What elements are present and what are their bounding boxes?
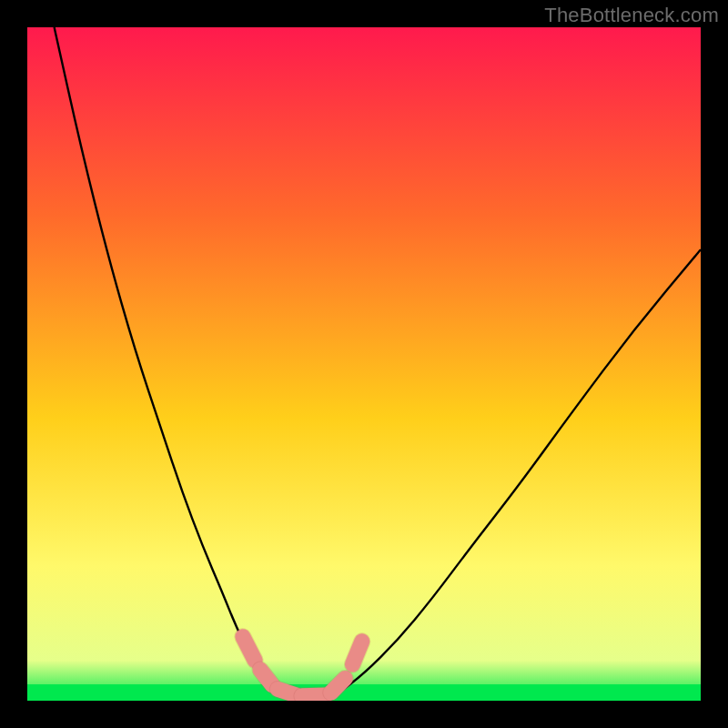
plot-region (27, 27, 701, 701)
capsule-marker (260, 670, 272, 685)
capsule-marker (331, 679, 346, 693)
right-curve (337, 249, 701, 693)
chart-frame: TheBottleneck.com (0, 0, 728, 728)
capsule-marker (352, 642, 361, 664)
capsule-marker (243, 637, 255, 661)
left-curve (55, 27, 284, 694)
capsule-marker (302, 695, 326, 696)
capsule-markers (243, 637, 362, 696)
curve-layer (27, 27, 701, 701)
attribution-label: TheBottleneck.com (544, 4, 719, 27)
